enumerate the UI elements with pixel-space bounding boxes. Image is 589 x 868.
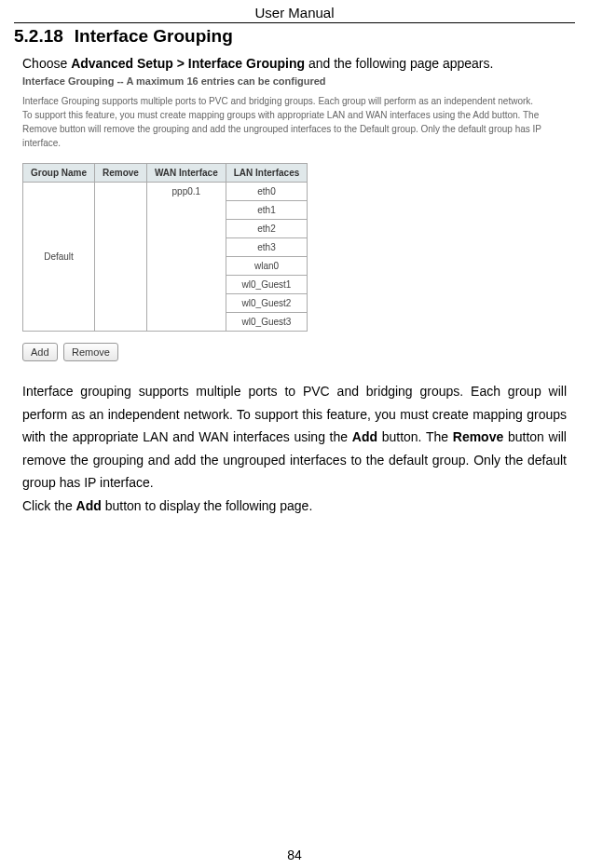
remove-cell [95,183,147,332]
bold-add: Add [76,498,102,513]
intro-prefix: Choose [22,56,71,71]
interface-table: Group Name Remove WAN Interface LAN Inte… [22,163,308,332]
remove-button[interactable]: Remove [63,343,118,361]
config-screenshot: Interface Grouping -- A maximum 16 entri… [22,74,544,361]
col-lan: LAN Interfaces [226,164,308,183]
add-button[interactable]: Add [22,343,58,361]
section-title: Interface Grouping [75,26,233,46]
intro-breadcrumb: Advanced Setup > Interface Grouping [71,56,305,71]
page-number: 84 [0,848,589,862]
lan-cell: eth3 [226,238,308,257]
col-group-name: Group Name [23,164,95,183]
body-text-span: button to display the following page. [102,498,313,513]
col-remove: Remove [95,164,147,183]
group-name-cell: Default [23,183,95,332]
page-header: User Manual [14,0,575,23]
lan-cell: wlan0 [226,257,308,276]
table-header-row: Group Name Remove WAN Interface LAN Inte… [23,164,308,183]
body-text-span: Click the [22,498,76,513]
lan-cell: wl0_Guest2 [226,294,308,313]
intro-text: Choose Advanced Setup > Interface Groupi… [0,47,589,74]
bold-add: Add [352,429,377,444]
intro-suffix: and the following page appears. [305,56,493,71]
body-paragraphs: Interface grouping supports multiple por… [0,361,589,517]
lan-cell: eth1 [226,201,308,220]
section-heading: 5.2.18Interface Grouping [0,23,589,47]
section-number: 5.2.18 [14,26,63,46]
screenshot-title: Interface Grouping -- A maximum 16 entri… [22,74,544,88]
body-text-span: button. The [377,429,453,444]
lan-cell: wl0_Guest1 [226,276,308,294]
bold-remove: Remove [453,429,503,444]
col-wan: WAN Interface [146,164,226,183]
lan-cell: wl0_Guest3 [226,313,308,332]
screenshot-description: Interface Grouping supports multiple por… [22,88,544,163]
lan-cell: eth0 [226,183,308,201]
lan-cell: eth2 [226,220,308,238]
wan-cell: ppp0.1 [146,183,226,332]
table-row: Default ppp0.1 eth0 [23,183,308,201]
button-row: Add Remove [22,343,544,361]
